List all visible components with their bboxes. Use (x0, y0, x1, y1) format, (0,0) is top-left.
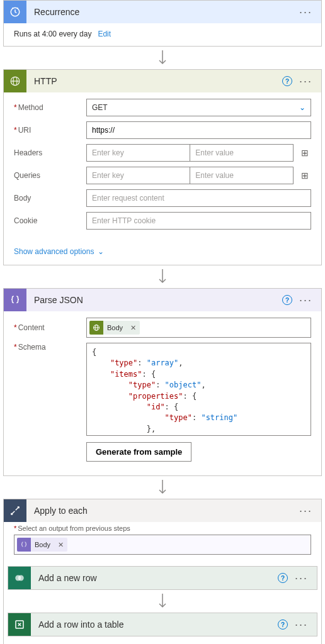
query-value-input[interactable] (190, 167, 294, 184)
svg-point-1 (13, 8, 13, 9)
uri-input[interactable] (86, 121, 311, 139)
parse-json-header[interactable]: Parse JSON ? ··· (4, 289, 321, 311)
show-advanced-link[interactable]: Show advanced options ⌄ (4, 243, 321, 265)
row2-menu[interactable]: ··· (292, 618, 311, 631)
parse-json-title: Parse JSON (26, 295, 280, 305)
cookie-label: Cookie (14, 216, 86, 225)
recurrence-card: Recurrence ··· Runs at 4:00 every day Ed… (3, 0, 322, 47)
row1-info-icon[interactable]: ? (276, 571, 290, 585)
http-menu[interactable]: ··· (297, 75, 315, 88)
row1-menu[interactable]: ··· (292, 572, 311, 585)
body-label: Body (14, 194, 86, 203)
content-label: Content (14, 323, 86, 332)
recurrence-edit-link[interactable]: Edit (98, 30, 111, 38)
chevron-down-icon: ⌄ (299, 103, 305, 112)
apply-each-header[interactable]: Apply to each ··· (4, 499, 321, 522)
header-value-input[interactable] (190, 144, 294, 162)
connector-arrow (3, 47, 322, 69)
cookie-input[interactable] (86, 212, 311, 230)
chevron-down-icon: ⌄ (98, 247, 104, 256)
http-info-icon[interactable]: ? (280, 74, 294, 88)
add-new-row-header[interactable]: Add a new row ? ··· (8, 567, 317, 589)
connector-arrow (3, 476, 322, 499)
http-card: HTTP ? ··· Method GET ⌄ URI Headers ⊞ (3, 69, 322, 265)
method-label: Method (14, 103, 86, 112)
apply-each-title: Apply to each (26, 506, 297, 516)
braces-icon (4, 289, 26, 311)
content-token: Body (103, 324, 127, 331)
headers-label: Headers (14, 148, 86, 157)
parse-menu[interactable]: ··· (297, 294, 315, 307)
recurrence-header[interactable]: Recurrence ··· (4, 1, 321, 23)
parse-info-icon[interactable]: ? (280, 293, 294, 307)
schema-editor[interactable]: { "type": "array", "items": { "type": "o… (86, 343, 311, 436)
connector-arrow (3, 265, 322, 288)
excel-icon (8, 613, 31, 636)
svg-point-8 (18, 575, 24, 581)
dataverse-icon (8, 567, 31, 589)
connector-arrow (8, 590, 317, 613)
add-new-row-title: Add a new row (31, 573, 276, 583)
query-key-input[interactable] (86, 167, 190, 184)
remove-token-button[interactable]: ✕ (127, 324, 140, 332)
apply-each-menu[interactable]: ··· (297, 504, 315, 518)
http-header[interactable]: HTTP ? ··· (4, 70, 321, 92)
each-token: Body (31, 541, 54, 548)
add-new-row-card: Add a new row ? ··· (8, 566, 317, 590)
recurrence-menu[interactable]: ··· (297, 6, 315, 19)
content-field[interactable]: Body ✕ (86, 318, 311, 338)
remove-token-button[interactable]: ✕ (54, 541, 67, 549)
globe-icon (89, 321, 103, 335)
uri-label: URI (14, 126, 86, 135)
schema-label: Schema (14, 343, 86, 352)
svg-point-2 (17, 8, 18, 9)
method-select[interactable]: GET ⌄ (86, 99, 311, 116)
generate-from-sample-button[interactable]: Generate from sample (86, 442, 191, 462)
apply-to-each-card: Apply to each ··· Select an output from … (3, 499, 322, 644)
clock-icon (4, 1, 26, 23)
globe-icon (4, 70, 26, 92)
body-input[interactable] (86, 189, 311, 207)
loop-icon (4, 499, 26, 522)
add-row-table-card: Add a row into a table ? ··· (8, 613, 317, 636)
row2-info-icon[interactable]: ? (276, 618, 290, 631)
method-value: GET (92, 103, 108, 112)
each-input-field[interactable]: Body ✕ (14, 535, 311, 555)
http-title: HTTP (26, 76, 280, 86)
queries-dynamic-button[interactable]: ⊞ (299, 170, 311, 180)
recurrence-summary: Runs at 4:00 every day (14, 30, 91, 38)
header-key-input[interactable] (86, 144, 190, 162)
recurrence-title: Recurrence (26, 7, 297, 17)
add-row-table-title: Add a row into a table (31, 619, 276, 630)
select-output-label: Select an output from previous steps (14, 525, 321, 532)
queries-label: Queries (14, 171, 86, 180)
braces-icon (17, 538, 31, 552)
headers-dynamic-button[interactable]: ⊞ (299, 148, 311, 158)
parse-json-card: Parse JSON ? ··· Content Body ✕ Schema (3, 288, 322, 476)
add-row-table-header[interactable]: Add a row into a table ? ··· (8, 613, 317, 636)
